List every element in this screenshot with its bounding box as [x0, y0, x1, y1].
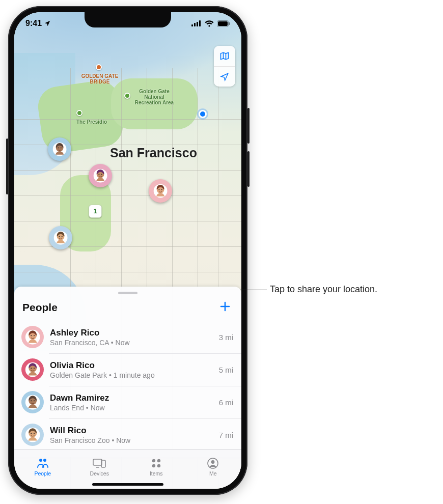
svg-point-48 — [43, 459, 46, 462]
tab-items-label: Items — [150, 470, 163, 477]
svg-rect-1 — [194, 23, 196, 26]
sheet-grabber[interactable] — [118, 292, 137, 294]
wifi-icon — [205, 20, 214, 27]
tab-people[interactable]: People — [14, 450, 71, 481]
avatar-icon — [49, 226, 72, 249]
svg-point-56 — [211, 460, 215, 464]
tab-devices-label: Devices — [90, 470, 109, 477]
svg-rect-49 — [93, 459, 102, 465]
map-mode-icon — [219, 51, 230, 61]
svg-point-35 — [31, 368, 32, 369]
svg-point-20 — [158, 189, 159, 190]
map-pin-will[interactable] — [49, 226, 72, 249]
svg-point-36 — [34, 368, 35, 369]
tab-items[interactable]: Items — [128, 450, 185, 481]
avatar-icon — [149, 179, 172, 203]
items-icon — [150, 457, 163, 469]
svg-point-30 — [31, 335, 32, 336]
svg-rect-0 — [191, 24, 193, 26]
people-list[interactable]: Ashley RicoSan Francisco, CA • Now3 mi O… — [14, 321, 241, 457]
map-controls — [214, 46, 235, 87]
svg-point-21 — [161, 189, 162, 190]
people-icon — [36, 457, 49, 469]
poi-golden-gate-bridge[interactable] — [96, 64, 102, 70]
map-city-title: San Francisco — [110, 146, 197, 160]
svg-point-54 — [157, 464, 160, 467]
person-name: Ashley Rico — [50, 328, 213, 338]
sheet-title: People — [22, 301, 58, 314]
label-presidio: The Presidio — [76, 119, 107, 125]
map-mode-button[interactable] — [214, 46, 235, 66]
share-location-button[interactable] — [217, 298, 233, 317]
cellular-icon — [191, 20, 202, 26]
avatar — [21, 391, 44, 413]
plus-icon — [219, 300, 231, 313]
location-services-icon — [44, 20, 51, 27]
person-row[interactable]: Will RicoSan Francisco Zoo • Now7 mi — [14, 418, 241, 451]
person-row[interactable]: Ashley RicoSan Francisco, CA • Now3 mi — [14, 321, 241, 353]
volume-down-button — [247, 151, 250, 187]
callout-text: Tap to share your location. — [270, 284, 377, 295]
route-shield-1: 1 — [89, 205, 102, 218]
svg-point-41 — [34, 400, 35, 401]
svg-point-25 — [59, 236, 60, 237]
people-sheet[interactable]: People Ashley RicoSan Francisco, CA • No… — [14, 287, 241, 457]
battery-icon — [217, 20, 230, 27]
svg-point-53 — [152, 464, 155, 467]
label-ggnra: Golden GateNationalRecreation Area — [131, 89, 177, 105]
status-time: 9:41 — [25, 19, 42, 28]
power-button — [6, 138, 8, 194]
avatar — [21, 424, 44, 446]
person-distance: 7 mi — [219, 431, 233, 439]
devices-icon — [93, 457, 106, 469]
person-row[interactable]: Dawn RamirezLands End • Now6 mi — [14, 386, 241, 418]
locate-button[interactable] — [214, 66, 235, 87]
svg-point-16 — [101, 174, 102, 175]
volume-up-button — [247, 108, 250, 144]
person-subtitle: Golden Gate Park • 1 minute ago — [50, 371, 213, 379]
svg-rect-2 — [197, 22, 198, 26]
poi-presidio[interactable] — [76, 110, 82, 116]
person-name: Dawn Ramirez — [50, 393, 213, 403]
svg-point-51 — [152, 459, 155, 462]
screen: 9:41 — [14, 12, 241, 489]
svg-point-10 — [58, 147, 59, 148]
current-location-dot[interactable] — [199, 110, 207, 118]
map-pin-dawn[interactable] — [48, 137, 71, 161]
svg-point-46 — [34, 433, 35, 434]
svg-point-47 — [39, 459, 42, 462]
notch — [85, 12, 171, 27]
person-info: Dawn RamirezLands End • Now — [50, 393, 213, 412]
avatar-icon — [48, 137, 71, 161]
svg-point-15 — [98, 174, 99, 175]
person-subtitle: San Francisco, CA • Now — [50, 339, 213, 347]
person-name: Will Rico — [50, 426, 213, 436]
home-indicator[interactable] — [92, 483, 163, 486]
svg-point-11 — [61, 147, 62, 148]
person-distance: 3 mi — [219, 333, 233, 342]
person-distance: 6 mi — [219, 398, 233, 407]
svg-rect-3 — [199, 20, 201, 26]
poi-ggnra[interactable] — [124, 93, 130, 99]
svg-point-26 — [62, 236, 63, 237]
map-pin-ashley[interactable] — [149, 179, 172, 203]
svg-rect-5 — [218, 21, 228, 26]
tab-devices[interactable]: Devices — [71, 450, 128, 481]
label-golden-gate-bridge: GOLDEN GATEBRIDGE — [79, 73, 120, 85]
svg-point-45 — [31, 433, 32, 434]
locate-icon — [220, 72, 229, 81]
svg-rect-6 — [229, 22, 230, 25]
svg-point-52 — [157, 459, 160, 462]
person-distance: 5 mi — [219, 366, 233, 374]
svg-point-31 — [34, 335, 35, 336]
person-row[interactable]: Olivia RicoGolden Gate Park • 1 minute a… — [14, 353, 241, 386]
tab-people-label: People — [34, 470, 51, 477]
avatar — [21, 358, 44, 381]
person-info: Ashley RicoSan Francisco, CA • Now — [50, 328, 213, 347]
map-pin-olivia[interactable] — [89, 164, 112, 187]
person-name: Olivia Rico — [50, 360, 213, 371]
svg-point-40 — [31, 400, 32, 401]
tab-me[interactable]: Me — [185, 450, 242, 481]
person-subtitle: San Francisco Zoo • Now — [50, 436, 213, 444]
me-icon — [206, 457, 219, 469]
